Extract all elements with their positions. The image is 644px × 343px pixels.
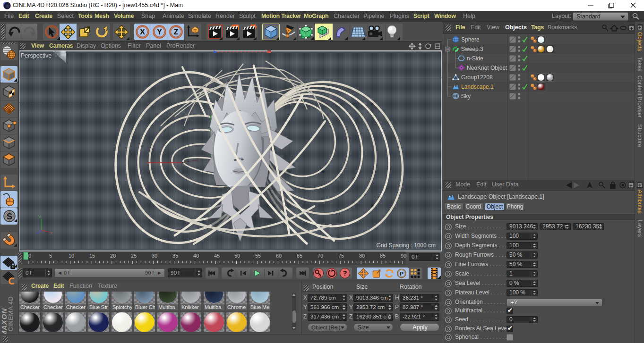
svg-text:Grid Spacing : 1000 cm: Grid Spacing : 1000 cm	[377, 242, 436, 249]
svg-text:Y: Y	[157, 27, 162, 36]
svg-text:P: P	[400, 271, 404, 276]
svg-text:X: X	[140, 27, 145, 36]
svg-text:S: S	[7, 212, 12, 221]
svg-text:X: X	[50, 231, 53, 235]
svg-text:Z: Z	[173, 27, 178, 36]
svg-text:Y: Y	[39, 215, 42, 219]
